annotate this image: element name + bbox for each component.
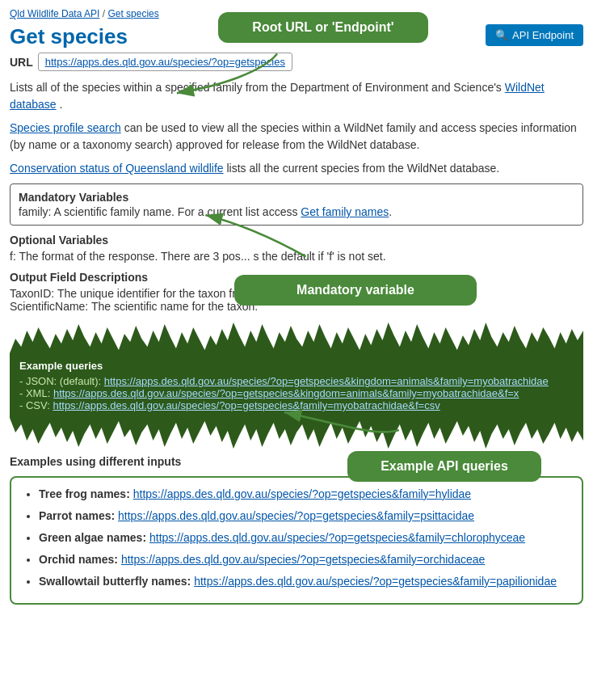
xml-url[interactable]: https://apps.des.qld.gov.au/species/?op=… bbox=[53, 387, 519, 399]
butterfly-link[interactable]: https://apps.des.qld.gov.au/species/?op=… bbox=[194, 575, 557, 588]
json-example: - JSON: (default): https://apps.des.qld.… bbox=[19, 375, 574, 387]
mandatory-callout: Mandatory variable bbox=[234, 275, 477, 306]
mandatory-variables-content: family: A scientific family name. For a … bbox=[19, 205, 574, 218]
url-value[interactable]: https://apps.des.qld.gov.au/species/?op=… bbox=[38, 53, 292, 71]
orchid-link[interactable]: https://apps.des.qld.gov.au/species/?op=… bbox=[121, 553, 485, 566]
list-item: Parrot names: https://apps.des.qld.gov.a… bbox=[39, 508, 570, 525]
mandatory-variables-box: Mandatory Variables family: A scientific… bbox=[10, 183, 583, 226]
parrot-link[interactable]: https://apps.des.qld.gov.au/species/?op=… bbox=[118, 509, 474, 522]
description-2: Species profile search can be used to vi… bbox=[10, 120, 583, 154]
page-title: Get species bbox=[10, 24, 128, 49]
search-icon: 🔍 bbox=[495, 29, 508, 41]
example-callout: Example API queries bbox=[347, 451, 541, 482]
list-item: Tree frog names: https://apps.des.qld.go… bbox=[39, 486, 570, 503]
algae-link[interactable]: https://apps.des.qld.gov.au/species/?op=… bbox=[149, 531, 525, 544]
species-profile-link[interactable]: Species profile search bbox=[10, 121, 121, 134]
tree-frog-link[interactable]: https://apps.des.qld.gov.au/species/?op=… bbox=[133, 487, 471, 500]
csv-url[interactable]: https://apps.des.qld.gov.au/species/?op=… bbox=[53, 399, 439, 411]
list-item: Green algae names: https://apps.des.qld.… bbox=[39, 529, 570, 546]
optional-variables-content: f: The format of the response. There are… bbox=[10, 250, 583, 263]
api-endpoint-button[interactable]: 🔍 API Endpoint bbox=[486, 24, 583, 46]
json-url[interactable]: https://apps.des.qld.gov.au/species/?op=… bbox=[104, 375, 549, 387]
examples-box: Tree frog names: https://apps.des.qld.go… bbox=[10, 476, 583, 605]
list-item: Orchid names: https://apps.des.qld.gov.a… bbox=[39, 551, 570, 568]
conservation-link[interactable]: Conservation status of Queensland wildli… bbox=[10, 162, 224, 175]
example-queries-title: Example queries bbox=[19, 360, 574, 372]
optional-variables-title: Optional Variables bbox=[10, 234, 583, 247]
description-3: Conservation status of Queensland wildli… bbox=[10, 160, 583, 177]
jagged-divider-bottom bbox=[10, 418, 583, 450]
mandatory-variables-title: Mandatory Variables bbox=[19, 191, 574, 204]
url-label: URL bbox=[10, 56, 33, 69]
dark-section: Example queries - JSON: (default): https… bbox=[10, 353, 583, 418]
url-row: URL https://apps.des.qld.gov.au/species/… bbox=[10, 53, 583, 71]
examples-list: Tree frog names: https://apps.des.qld.go… bbox=[23, 486, 570, 590]
endpoint-callout: Root URL or 'Endpoint' bbox=[218, 12, 428, 43]
optional-variables-section: Optional Variables f: The format of the … bbox=[10, 234, 583, 263]
list-item: Swallowtail butterfly names: https://app… bbox=[39, 573, 570, 590]
description-1: Lists all of the species within a specif… bbox=[10, 79, 583, 113]
jagged-divider-top bbox=[10, 321, 583, 353]
xml-example: - XML: https://apps.des.qld.gov.au/speci… bbox=[19, 387, 574, 399]
get-family-names-link[interactable]: Get family names bbox=[301, 205, 389, 218]
csv-example: - CSV: https://apps.des.qld.gov.au/speci… bbox=[19, 399, 574, 411]
